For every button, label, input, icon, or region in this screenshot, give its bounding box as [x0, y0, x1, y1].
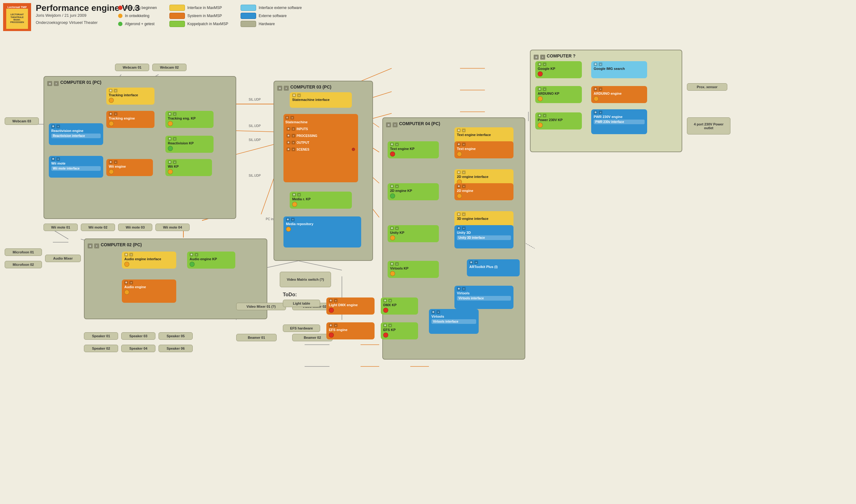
virt-sub: Virtools interface	[457, 296, 511, 301]
lde-dot	[329, 308, 334, 313]
sm-out-mini2: ≡	[292, 141, 295, 144]
pwr-header: ⊞ ≡	[594, 111, 645, 114]
box-blue-icon	[241, 13, 256, 19]
wm-mini2: ≡	[56, 157, 60, 161]
google-img-node[interactable]: ⊞ ≡ Google IMG search	[591, 61, 647, 78]
tekp2-header: ⊞ ≡	[390, 143, 436, 146]
c03-mini-icon: ⊞	[277, 86, 282, 91]
tekp2-mini: ⊞	[390, 143, 394, 146]
audio-engine-interface-node[interactable]: ⊞ ≡ Audio engine interface	[122, 252, 176, 269]
tracking-eng-kp-node[interactable]: ⊞ ≡ Tracking eng. KP	[165, 111, 213, 128]
audio-engine-node[interactable]: ⊞ ≡ Audio engine	[122, 280, 176, 303]
te-mini2: ≡	[114, 112, 118, 116]
2dei-header: ⊞ ≡	[457, 170, 511, 174]
statemachine-interface-node[interactable]: ⊞ ≡ Statemachine interface	[290, 92, 352, 108]
ae2-label: ARDUINO engine	[594, 92, 645, 95]
akp-dot	[538, 96, 543, 101]
wii-mote01-label: Wii mote 01	[51, 226, 70, 229]
sm-mini: ⊞	[285, 116, 289, 120]
speaker03-box: Speaker 03	[121, 332, 155, 340]
box-gray-icon	[241, 21, 256, 27]
text-engine-node[interactable]: ⊞ ≡ Text engine	[455, 141, 513, 158]
text-engine-interface-node[interactable]: ⊞ ≡ Text engine interface	[455, 127, 513, 143]
audio-engine-kp-node[interactable]: ⊞ ≡ Audio engine KP	[187, 252, 235, 269]
smi-label: Statemachine interface	[292, 98, 349, 102]
google-kp-node[interactable]: ⊞ ≡ Google KP	[535, 61, 582, 78]
tracking-engine-node[interactable]: ⊞ ≡ Tracking engine	[106, 111, 154, 128]
dmx-kp-node[interactable]: ⊞ ≡ DMX KP	[381, 298, 418, 314]
unity-3d-node[interactable]: ⊞ ≡ Unity 3D Unity 3D interface	[455, 225, 513, 248]
u3d-header: ⊞ ≡	[457, 227, 511, 230]
text-engine-kp-node[interactable]: ⊞ ≡ Text engine KP	[388, 141, 439, 158]
unity-kp-node[interactable]: ⊞ ≡ Unity KP	[388, 225, 439, 242]
art-header: ⊞ ≡	[469, 260, 517, 264]
wii-kp-node[interactable]: ⊞ ≡ Wii KP	[165, 159, 212, 176]
speaker04-box: Speaker 04	[121, 345, 155, 352]
3d-engine-interface-node[interactable]: ⊞ ≡ 3D engine interface	[455, 211, 513, 227]
efskp-dot	[383, 332, 388, 338]
statemachine-node[interactable]: ⊞ ≡ Statemachine ⊞ ≡ INPUTS ⊞ ≡ PROCESSI…	[284, 114, 358, 182]
video-matrix-label: Video Matrix switch (?)	[287, 277, 324, 281]
efs-engine-node[interactable]: ⊞ ≡ EFS engine	[326, 322, 375, 339]
we-dot	[109, 169, 114, 174]
2dkp-header: ⊞ ≡	[390, 184, 436, 188]
pwr-engine-node[interactable]: ⊞ ≡ PWR 230V engine PWR 230v interface	[591, 109, 647, 134]
c02-mini-icon: ⊞	[88, 244, 92, 248]
reactivision-engine-node[interactable]: ⊞ ≡ Reactivision engine Reactivision int…	[49, 123, 103, 145]
efs-kp-node[interactable]: ⊞ ≡ EFS KP	[381, 322, 418, 339]
arduino-engine-node[interactable]: ⊞ ≡ ARDUINO engine	[591, 86, 647, 103]
gkp-dot	[538, 71, 543, 76]
c02-title: COMPUTER 02 (PC)	[101, 242, 142, 247]
sm-scenes-mini: ⊞	[287, 147, 290, 151]
reactivision-kp-node[interactable]: ⊞ ≡ Reactivision KP	[165, 136, 213, 153]
2dkp-mini2: ≡	[395, 184, 399, 188]
media-r-kp-node[interactable]: ⊞ ≡ Media r. KP	[290, 192, 352, 209]
sm-scenes-mini2: ≡	[292, 147, 295, 151]
beamer01-box: Beamer 01	[236, 334, 277, 341]
c01-mini-icon: ⊞	[47, 81, 52, 86]
beamer01-label: Beamer 01	[248, 336, 265, 339]
media-repository-node[interactable]: ⊞ ≡ Media repository	[284, 216, 361, 248]
light-table-label: Light table	[293, 302, 310, 305]
arduino-kp-node[interactable]: ⊞ ≡ ARDUINO KP	[535, 86, 582, 103]
c03-header: ⊞ ≡ COMPUTER 03 (PC)	[277, 85, 369, 92]
wii-engine-node[interactable]: ⊞ ≡ Wii engine	[106, 159, 153, 176]
wii-mote-node[interactable]: ⊞ ≡ Wii mote Wii mote interface	[49, 156, 103, 178]
microfoon01-label: Microfoon 01	[13, 250, 34, 254]
mr-header: ⊞ ≡	[286, 218, 359, 221]
2dkp-label: 2D engine KP	[390, 189, 436, 193]
sil-udp-label-2: SIL.UDP	[249, 124, 261, 128]
power-kp-node[interactable]: ⊞ ≡ Power 230V KP	[535, 112, 582, 129]
artoolkit-node[interactable]: ⊞ ≡ ARToolkit Plus (I)	[467, 259, 520, 276]
microfoon01-box: Microfoon 01	[5, 248, 42, 256]
computerq-box: ⊞ ≡ COMPUTER ? ⊞ ≡ Google KP ⊞ ≡ Google …	[530, 50, 682, 152]
tekp-header: ⊞ ≡	[168, 112, 211, 116]
pkp-dot	[538, 123, 543, 128]
logo-inner: LECTORAATTHEATRALEMAAK-PROCESSEN	[6, 9, 28, 29]
dkp-mini: ⊞	[383, 299, 387, 303]
beamer02-label: Beamer 02	[304, 336, 321, 339]
te2-label: Text engine	[457, 147, 511, 150]
aekp-dot	[190, 262, 194, 267]
virtools-node[interactable]: ⊞ ≡ Virtools Virtools interface	[455, 286, 513, 309]
svg-line-29	[298, 261, 342, 270]
legend-item-1: Moet nog beginnen	[118, 5, 157, 11]
tracking-interface-node[interactable]: ⊞ ≡ Tracking interface	[106, 88, 154, 105]
light-dmx-engine-node[interactable]: ⊞ ≡ Light DMX engine	[326, 298, 375, 314]
art-mini2: ≡	[474, 260, 478, 264]
we-mini2: ≡	[114, 160, 118, 164]
virt-label: Virtools	[457, 291, 511, 295]
box-yellow-icon	[169, 5, 185, 11]
virtools-todo-node[interactable]: ⊞ ≡ Virtools Virtools interface	[429, 309, 479, 334]
2d-engine-node[interactable]: ⊞ ≡ 2D engine	[455, 183, 513, 200]
sm-proc-label: PROCESSING	[296, 134, 318, 138]
pkp-header: ⊞ ≡	[538, 114, 579, 118]
2d-engine-kp-node[interactable]: ⊞ ≡ 2D engine KP	[388, 183, 439, 200]
3dei-mini2: ≡	[462, 212, 466, 216]
tekp-label: Tracking eng. KP	[168, 116, 211, 120]
legend-label-5: Systeem in MaxMSP	[187, 14, 222, 18]
sm-scenes-dot	[352, 148, 355, 151]
virtools-kp-node[interactable]: ⊞ ≡ Virtools KP	[388, 261, 439, 278]
ae-header: ⊞ ≡	[124, 281, 174, 285]
sil-udp-label-3: SIL.UDP	[249, 138, 261, 142]
